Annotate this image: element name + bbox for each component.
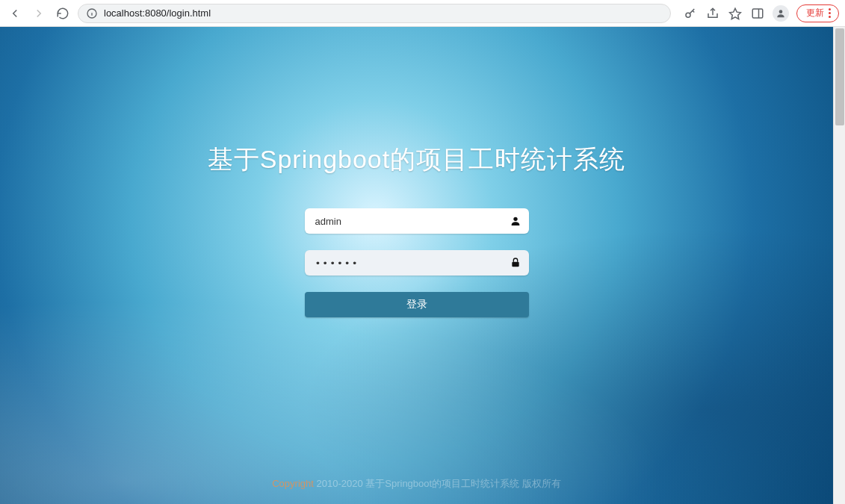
profile-avatar[interactable] [773, 5, 789, 22]
lock-icon [510, 257, 521, 269]
vertical-scrollbar[interactable] [833, 27, 845, 504]
page-content: 基于Springboot的项目工时统计系统 登录 Copyright 2010-… [0, 27, 833, 504]
update-label: 更新 [806, 7, 824, 19]
password-key-icon[interactable] [683, 6, 698, 21]
share-icon[interactable] [705, 6, 720, 21]
user-icon [510, 215, 521, 227]
forward-button[interactable] [30, 4, 48, 22]
back-button[interactable] [6, 4, 24, 22]
username-field [305, 208, 529, 234]
url-input[interactable] [104, 7, 663, 19]
username-input[interactable] [305, 208, 529, 234]
reload-button[interactable] [54, 4, 72, 22]
svg-rect-5 [752, 9, 763, 18]
browser-toolbar: 更新 [0, 0, 845, 27]
svg-rect-9 [512, 262, 519, 267]
footer-text: Copyright 2010-2020 基于Springboot的项目工时统计系… [0, 477, 833, 491]
login-button[interactable]: 登录 [305, 292, 529, 317]
browser-update-button[interactable]: 更新 [796, 4, 839, 22]
svg-point-8 [513, 217, 517, 221]
password-input[interactable] [305, 250, 529, 276]
footer-copyright-word: Copyright [272, 478, 314, 489]
bookmark-star-icon[interactable] [728, 6, 743, 21]
toolbar-right: 更新 [683, 4, 839, 22]
password-field [305, 250, 529, 276]
menu-dots-icon [829, 8, 831, 18]
address-bar[interactable] [78, 4, 671, 23]
svg-marker-4 [730, 8, 741, 19]
footer-rest: 2010-2020 基于Springboot的项目工时统计系统 版权所有 [314, 478, 561, 489]
svg-point-7 [779, 10, 783, 13]
side-panel-icon[interactable] [750, 6, 765, 21]
scrollbar-thumb[interactable] [835, 28, 844, 125]
site-info-icon[interactable] [86, 7, 98, 19]
page-title: 基于Springboot的项目工时统计系统 [208, 143, 625, 177]
